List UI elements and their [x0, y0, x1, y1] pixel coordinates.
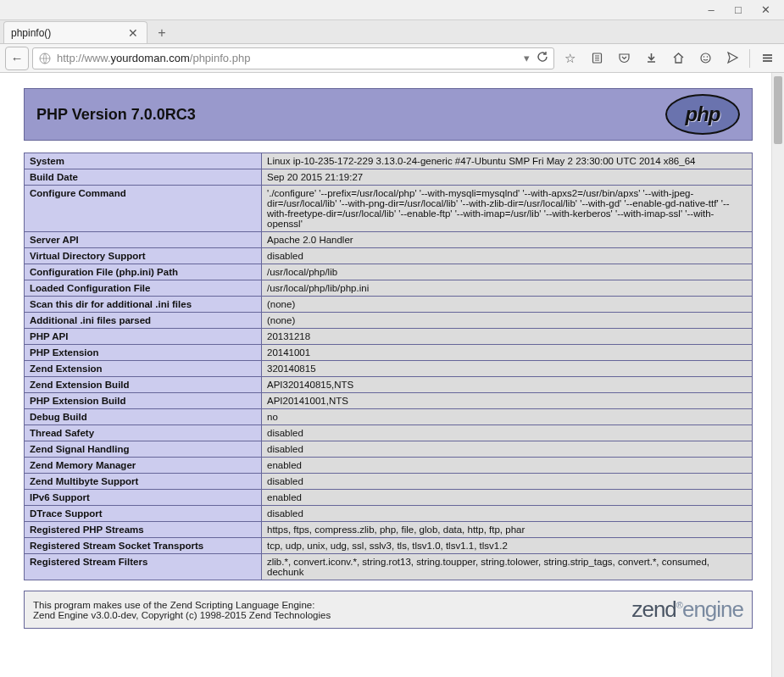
back-button[interactable]: ← [5, 47, 29, 70]
config-label: Configuration File (php.ini) Path [25, 264, 262, 280]
zend-line-1: This program makes use of the Zend Scrip… [33, 600, 331, 610]
config-value: disabled [262, 441, 753, 458]
config-label: IPv6 Support [25, 490, 262, 506]
config-value: API20141001,NTS [262, 393, 753, 409]
config-label: Registered Stream Socket Transports [25, 538, 262, 554]
config-label: DTrace Support [25, 506, 262, 522]
table-row: Scan this dir for additional .ini files(… [25, 297, 753, 313]
config-value: /usr/local/php/lib/php.ini [262, 280, 753, 297]
phpinfo-page: PHP Version 7.0.0RC3 php SystemLinux ip-… [0, 73, 771, 639]
table-row: SystemLinux ip-10-235-172-229 3.13.0-24-… [25, 153, 753, 169]
table-row: PHP Extension BuildAPI20141001,NTS [25, 393, 753, 409]
reader-mode-icon[interactable] [585, 47, 609, 70]
svg-point-6 [703, 56, 704, 58]
table-row: Registered Stream Socket Transportstcp, … [25, 538, 753, 554]
reload-icon[interactable] [537, 51, 548, 65]
window-controls: – □ ✕ [0, 0, 784, 20]
window-minimize-button[interactable]: – [698, 1, 725, 19]
table-row: Loaded Configuration File/usr/local/php/… [25, 280, 753, 297]
table-row: Virtual Directory Supportdisabled [25, 248, 753, 264]
window-maximize-button[interactable]: □ [725, 1, 752, 19]
config-value: disabled [262, 425, 753, 441]
url-path: /phpinfo.php [190, 52, 251, 64]
config-label: Loaded Configuration File [25, 280, 262, 297]
config-label: Virtual Directory Support [25, 248, 262, 264]
config-value: 20131218 [262, 329, 753, 345]
back-arrow-icon: ← [11, 51, 24, 65]
config-value: tcp, udp, unix, udg, ssl, sslv3, tls, tl… [262, 538, 753, 554]
zend-engine-logo: zend®engine [631, 597, 743, 623]
config-value: no [262, 409, 753, 425]
config-label: Thread Safety [25, 425, 262, 441]
downloads-icon[interactable] [639, 47, 663, 70]
config-label: Additional .ini files parsed [25, 313, 262, 329]
new-tab-button[interactable]: + [151, 23, 173, 43]
vertical-scrollbar[interactable] [771, 73, 784, 677]
url-dropdown-icon[interactable]: ▾ [524, 52, 530, 64]
config-value: enabled [262, 490, 753, 506]
config-label: Registered PHP Streams [25, 522, 262, 538]
config-label: Registered Stream Filters [25, 554, 262, 580]
config-label: Zend Memory Manager [25, 458, 262, 474]
config-value: Apache 2.0 Handler [262, 232, 753, 248]
table-row: Debug Buildno [25, 409, 753, 425]
toolbar-divider [749, 49, 750, 68]
config-label: Configure Command [25, 186, 262, 232]
window-close-button[interactable]: ✕ [752, 1, 779, 19]
config-value: disabled [262, 474, 753, 490]
table-row: Build DateSep 20 2015 21:19:27 [25, 169, 753, 186]
bookmark-star-icon[interactable]: ☆ [558, 47, 581, 70]
pocket-icon[interactable] [612, 47, 636, 70]
page-title: PHP Version 7.0.0RC3 [36, 106, 196, 124]
home-icon[interactable] [666, 47, 690, 70]
config-value: disabled [262, 248, 753, 264]
table-row: Zend Multibyte Supportdisabled [25, 474, 753, 490]
url-prefix: http://www. [57, 52, 111, 64]
svg-point-5 [701, 53, 710, 63]
browser-viewport: PHP Version 7.0.0RC3 php SystemLinux ip-… [0, 73, 784, 677]
table-row: Server APIApache 2.0 Handler [25, 232, 753, 248]
table-row: Registered Stream Filterszlib.*, convert… [25, 554, 753, 580]
page-scroll-area[interactable]: PHP Version 7.0.0RC3 php SystemLinux ip-… [0, 73, 771, 677]
config-value: Sep 20 2015 21:19:27 [262, 169, 753, 186]
config-value: Linux ip-10-235-172-229 3.13.0-24-generi… [262, 153, 753, 169]
config-label: Debug Build [25, 409, 262, 425]
config-label: Scan this dir for additional .ini files [25, 297, 262, 313]
config-value: /usr/local/php/lib [262, 264, 753, 280]
table-row: IPv6 Supportenabled [25, 490, 753, 506]
url-bar[interactable]: http://www.yourdoman.com/phpinfo.php ▾ [32, 47, 554, 69]
config-value: https, ftps, compress.zlib, php, file, g… [262, 522, 753, 538]
config-label: Zend Extension [25, 361, 262, 377]
browser-tab-active[interactable]: phpinfo() ✕ [3, 21, 147, 43]
send-icon[interactable] [720, 47, 744, 70]
config-label: PHP API [25, 329, 262, 345]
zend-line-2: Zend Engine v3.0.0-dev, Copyright (c) 19… [33, 610, 331, 620]
table-row: PHP Extension20141001 [25, 345, 753, 361]
config-value: (none) [262, 297, 753, 313]
config-value: 20141001 [262, 345, 753, 361]
table-row: Configuration File (php.ini) Path/usr/lo… [25, 264, 753, 280]
config-label: PHP Extension [25, 345, 262, 361]
config-label: PHP Extension Build [25, 393, 262, 409]
table-row: Configure Command'./configure' '--prefix… [25, 186, 753, 232]
phpinfo-table: SystemLinux ip-10-235-172-229 3.13.0-24-… [24, 153, 753, 580]
config-value: enabled [262, 458, 753, 474]
table-row: Thread Safetydisabled [25, 425, 753, 441]
browser-toolbar: ← http://www.yourdoman.com/phpinfo.php ▾… [0, 44, 784, 73]
smiley-icon[interactable] [693, 47, 717, 70]
config-value: './configure' '--prefix=/usr/local/php' … [262, 186, 753, 232]
browser-tab-strip: phpinfo() ✕ + [0, 20, 784, 44]
config-value: (none) [262, 313, 753, 329]
menu-icon[interactable] [755, 47, 779, 70]
table-row: Zend Signal Handlingdisabled [25, 441, 753, 458]
config-value: 320140815 [262, 361, 753, 377]
php-logo: php [665, 94, 740, 135]
config-label: Build Date [25, 169, 262, 186]
table-row: PHP API20131218 [25, 329, 753, 345]
tab-close-icon[interactable]: ✕ [126, 26, 140, 40]
svg-point-7 [706, 56, 708, 58]
config-label: Zend Signal Handling [25, 441, 262, 458]
config-label: Server API [25, 232, 262, 248]
globe-icon [38, 52, 52, 65]
scrollbar-thumb[interactable] [774, 76, 782, 144]
